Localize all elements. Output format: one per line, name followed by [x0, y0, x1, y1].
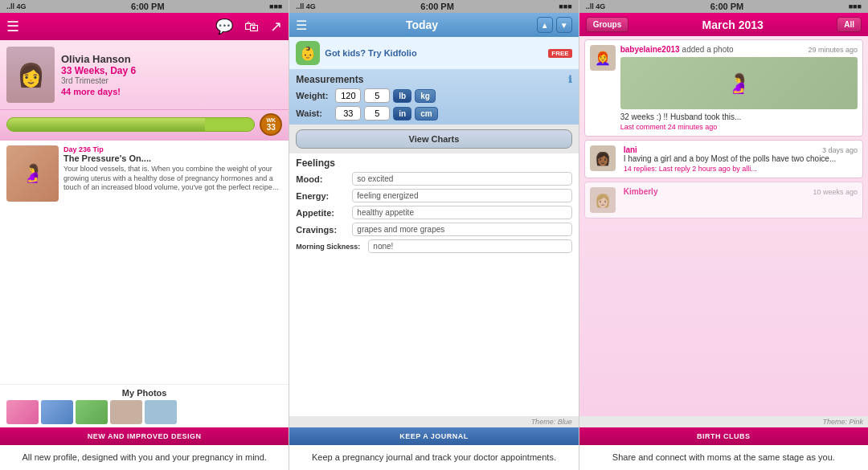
s3-nav-bar: Groups March 2013 All — [579, 13, 868, 36]
mood-input[interactable]: so excited — [352, 172, 571, 186]
s2-menu-icon[interactable]: ☰ — [296, 18, 307, 33]
tip-day-label: Day 236 Tip — [63, 145, 282, 153]
s2-ad-bar[interactable]: 👶 Got kids? Try Kidfolio FREE — [289, 37, 578, 70]
mood-label: Mood: — [296, 174, 352, 184]
screen-2: ..ll 4G 6:00 PM ■■■ ☰ Today ▲ ▼ 👶 Got ki… — [289, 0, 579, 470]
waist-unit-in[interactable]: in — [393, 107, 411, 121]
energy-row: Energy: feeling energized — [296, 189, 571, 202]
energy-label: Energy: — [296, 191, 352, 201]
weight-value-1[interactable]: 120 — [335, 88, 361, 103]
post-2-username: lani — [624, 145, 637, 154]
s2-banner: KEEP A JOURNAL — [289, 427, 578, 445]
prev-arrow[interactable]: ▲ — [537, 17, 553, 33]
photo-thumb-3[interactable] — [76, 400, 108, 424]
time-3: 6:00 PM — [710, 2, 744, 11]
cravings-label: Cravings: — [296, 225, 352, 235]
s3-caption: Share and connect with moms at the same … — [579, 445, 868, 470]
post-1-text: 32 weeks :) !! Husband took this... — [620, 112, 858, 121]
screen-1: ..ll 4G 6:00 PM ■■■ ☰ 💬 🛍 ↗ 👩 Olivia Han… — [0, 0, 289, 470]
s3-title: March 2013 — [702, 18, 764, 31]
tip-image: 🤰 — [6, 145, 59, 202]
tip-content: Day 236 Tip The Pressure's On.... Your b… — [63, 145, 282, 379]
s2-measurements-section: Measurements ℹ Weight: 120 5 lb kg Waist… — [289, 70, 578, 125]
view-charts-button[interactable]: View Charts — [296, 129, 571, 149]
profile-days-left: 44 more days! — [61, 87, 136, 96]
post-2: 👩🏾 lani 3 days ago I having a girl and a… — [584, 140, 863, 178]
time-2: 6:00 PM — [420, 2, 454, 11]
morning-sickness-input[interactable]: none! — [368, 239, 571, 253]
status-bar-1: ..ll 4G 6:00 PM ■■■ — [0, 0, 289, 13]
s1-progress-section: WK 33 — [0, 110, 289, 141]
appetite-row: Appetite: healthy appetite — [296, 206, 571, 219]
tip-text: Your blood vessels, that is. When you co… — [63, 165, 282, 193]
post-1-comment: Last comment 24 minutes ago — [620, 123, 858, 131]
status-bar-3: ..ll 4G 6:00 PM ■■■ — [579, 0, 868, 13]
post-3-username: Kimberly — [624, 187, 658, 196]
cravings-row: Cravings: grapes and more grapes — [296, 223, 571, 236]
mood-row: Mood: so excited — [296, 172, 571, 186]
next-arrow[interactable]: ▼ — [556, 17, 572, 33]
photos-title: My Photos — [6, 388, 282, 398]
s1-profile-section: 👩 Olivia Hanson 33 Weeks, Day 6 3rd Trim… — [0, 40, 289, 110]
weight-unit-lb[interactable]: lb — [393, 89, 411, 103]
week-badge: WK 33 — [260, 113, 282, 136]
shop-icon[interactable]: 🛍 — [244, 18, 259, 35]
photos-row — [6, 400, 282, 424]
weight-value-2[interactable]: 5 — [364, 88, 390, 103]
s2-nav-bar: ☰ Today ▲ ▼ — [289, 13, 578, 37]
post-1-image: 🤰 — [620, 57, 858, 109]
info-icon[interactable]: ℹ — [568, 74, 572, 85]
cravings-input[interactable]: grapes and more grapes — [352, 223, 571, 236]
s2-banner-label: KEEP A JOURNAL — [399, 432, 469, 440]
waist-unit-cm[interactable]: cm — [415, 107, 437, 121]
energy-input[interactable]: feeling energized — [352, 189, 571, 202]
all-button[interactable]: All — [837, 17, 862, 32]
chat-icon[interactable]: 💬 — [215, 18, 233, 35]
waist-value-2[interactable]: 5 — [364, 106, 390, 121]
s3-content: 👩‍🦰 babyelaine2013 added a photo 29 minu… — [579, 36, 868, 416]
weight-unit-kg[interactable]: kg — [415, 89, 436, 103]
status-bar-2: ..ll 4G 6:00 PM ■■■ — [289, 0, 578, 13]
battery-1: ■■■ — [269, 2, 282, 10]
ad-icon: 👶 — [296, 41, 320, 65]
s3-theme-label: Theme: Pink — [579, 416, 868, 427]
s1-nav-bar: ☰ 💬 🛍 ↗ — [0, 13, 289, 40]
avatar-image: 👩 — [6, 47, 55, 103]
waist-row: Waist: 33 5 in cm — [296, 106, 571, 121]
signal-2: ..ll 4G — [296, 2, 316, 10]
groups-button[interactable]: Groups — [586, 17, 629, 32]
photo-thumb-5[interactable] — [145, 400, 177, 424]
menu-icon[interactable]: ☰ — [6, 18, 19, 35]
photo-thumb-4[interactable] — [110, 400, 142, 424]
photo-thumb-2[interactable] — [41, 400, 73, 424]
s2-feelings-section: Feelings Mood: so excited Energy: feelin… — [289, 153, 578, 416]
morning-sickness-row: Morning Sickness: none! — [296, 239, 571, 253]
profile-weeks: 33 Weeks, Day 6 — [61, 65, 136, 76]
post-1-action: added a photo — [682, 45, 734, 54]
appetite-label: Appetite: — [296, 208, 352, 218]
s1-banner: NEW AND IMPROVED DESIGN — [0, 427, 289, 445]
waist-value-1[interactable]: 33 — [335, 106, 361, 121]
battery-2: ■■■ — [559, 2, 571, 10]
share-icon[interactable]: ↗ — [270, 18, 282, 35]
weight-label: Weight: — [296, 91, 332, 100]
tip-title: The Pressure's On.... — [63, 153, 282, 163]
post-2-time: 3 days ago — [822, 146, 858, 154]
photo-thumb-1[interactable] — [6, 400, 39, 424]
post-1-time: 29 minutes ago — [808, 46, 858, 54]
signal-1: ..ll 4G — [6, 2, 27, 10]
signal-3: ..ll 4G — [586, 2, 606, 10]
post-2-avatar: 👩🏾 — [590, 145, 616, 171]
post-1: 👩‍🦰 babyelaine2013 added a photo 29 minu… — [584, 39, 863, 137]
s1-photos-section: My Photos — [0, 384, 289, 427]
s2-caption: Keep a pregnancy journal and track your … — [289, 445, 578, 470]
s2-title: Today — [406, 18, 438, 31]
post-1-avatar: 👩‍🦰 — [590, 45, 616, 71]
waist-label: Waist: — [296, 108, 332, 118]
s3-banner-label: BIRTH CLUBS — [697, 432, 751, 440]
screen-3: ..ll 4G 6:00 PM ■■■ Groups March 2013 Al… — [579, 0, 868, 470]
appetite-input[interactable]: healthy appetite — [352, 206, 571, 219]
free-badge: FREE — [548, 49, 571, 58]
s1-caption: All new profile, designed with you and y… — [0, 445, 289, 470]
ad-text: Got kids? Try Kidfolio — [325, 48, 416, 58]
